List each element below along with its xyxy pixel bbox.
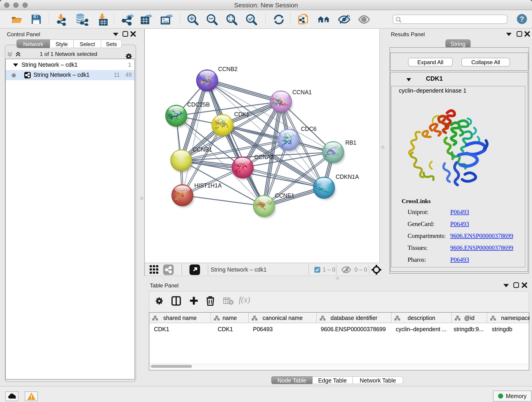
svg-text:CDC25B: CDC25B (187, 101, 210, 108)
svg-text:RB1: RB1 (345, 139, 356, 146)
svg-text:CCNA2: CCNA2 (254, 154, 274, 160)
svg-text:CDKN1A: CDKN1A (336, 173, 359, 180)
svg-text:CCNB2: CCNB2 (218, 66, 238, 72)
svg-text:CDK1: CDK1 (234, 111, 249, 117)
svg-text:CCNB1: CCNB1 (193, 146, 212, 153)
svg-text:CCNA1: CCNA1 (292, 89, 312, 95)
svg-text:CCNE1: CCNE1 (275, 192, 294, 199)
svg-text:HIST1H1A: HIST1H1A (194, 182, 222, 189)
svg-text:CDC6: CDC6 (301, 126, 317, 132)
